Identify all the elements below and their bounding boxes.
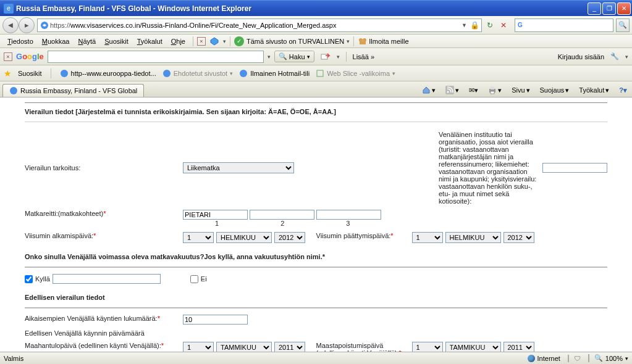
- feeds-button[interactable]: ▾: [443, 85, 461, 96]
- route-num-3: 3: [346, 220, 350, 227]
- route-input-3[interactable]: [316, 210, 381, 220]
- route-label: Matkareitti:(matkakohteet): [25, 210, 103, 217]
- ie-page-icon: [40, 21, 49, 30]
- browser-search-input[interactable]: [524, 22, 610, 29]
- google-search-dropdown[interactable]: ▾: [268, 54, 271, 60]
- google-toolbar: × Google ▾ 🔍 Haku ▾ ▾ Lisää » Kirjaudu s…: [0, 48, 632, 65]
- favorites-star-icon[interactable]: ★: [4, 68, 12, 78]
- webslice-icon: [316, 69, 324, 78]
- forward-button[interactable]: ▸: [19, 17, 35, 33]
- insurance-no-label: Ei: [201, 275, 207, 283]
- google-toolbar-search[interactable]: [48, 51, 264, 63]
- prev-count-label: Aikaisempien Venäjällä käyntien lukumäär…: [25, 315, 158, 322]
- svg-rect-3: [360, 41, 366, 44]
- zoom-icon[interactable]: 🔍: [594, 354, 603, 362]
- window-title: Russia Embassy, Finland - VFS Global - W…: [16, 4, 588, 13]
- section-title: Vierailun tiedot [Järjestelmä ei tunnist…: [25, 105, 607, 122]
- tab-bar: Russia Embassy, Finland - VFS Global ▾ ▾…: [0, 81, 632, 97]
- menu-file[interactable]: Tiedosto: [4, 36, 37, 46]
- dropdown-icon[interactable]: ▼: [460, 22, 469, 28]
- svg-rect-4: [321, 54, 327, 59]
- route-num-1: 1: [215, 220, 219, 227]
- visa-end-month[interactable]: HELMIKUU: [445, 232, 501, 243]
- back-button[interactable]: ◄: [2, 17, 19, 33]
- google-toolbar-close[interactable]: ×: [4, 52, 12, 61]
- google-haku-button[interactable]: 🔍 Haku ▾: [274, 51, 314, 62]
- stop-button[interactable]: ✕: [498, 20, 509, 31]
- home-button[interactable]: ▾: [419, 85, 438, 96]
- route-input-1[interactable]: [183, 210, 248, 220]
- menu-edit[interactable]: Muokkaa: [38, 36, 74, 46]
- institution-input[interactable]: [542, 163, 607, 173]
- route-input-2[interactable]: [250, 210, 314, 220]
- avg-icon: [209, 36, 219, 46]
- fav-webslice[interactable]: Web Slice -valikoima ▾: [316, 69, 395, 78]
- safety-dropdown[interactable]: ▾: [347, 38, 350, 44]
- browser-tab[interactable]: Russia Embassy, Finland - VFS Global: [2, 84, 144, 97]
- refresh-button[interactable]: ↻: [484, 20, 495, 31]
- google-login-link[interactable]: Kirjaudu sisään: [558, 53, 604, 60]
- menu-view[interactable]: Näytä: [74, 36, 99, 46]
- favorites-bar: ★ Suosikit http--www.eurooppa-tiedot... …: [0, 65, 632, 81]
- insurance-yes-checkbox[interactable]: [25, 275, 33, 283]
- protected-mode-icon: 🛡: [568, 355, 581, 362]
- previous-visit-section: Edellisen vierailun tiedot: [25, 290, 607, 304]
- zone-text: Internet: [537, 355, 560, 362]
- safe-check-icon: ✓: [234, 36, 244, 46]
- fav-link-eurooppa[interactable]: http--www.eurooppa-tiedot...: [60, 69, 156, 78]
- page-menu[interactable]: Sivu ▾: [509, 85, 532, 96]
- svg-rect-13: [491, 87, 494, 89]
- maximize-button[interactable]: ❐: [602, 2, 616, 15]
- safety-text: Tämä sivusto on TURVALLINEN: [246, 38, 344, 45]
- zoom-level: 100%: [605, 355, 623, 362]
- search-go-button[interactable]: 🔍: [616, 19, 630, 32]
- ie-favicon: [60, 69, 69, 78]
- favorites-label[interactable]: Suosikit: [18, 70, 42, 77]
- google-share-icon[interactable]: [318, 52, 333, 61]
- insurance-company-input[interactable]: [53, 274, 161, 284]
- browser-search[interactable]: G: [515, 19, 613, 32]
- tools-menu[interactable]: Työkalut ▾: [576, 85, 612, 96]
- zoom-dropdown[interactable]: ▾: [625, 355, 628, 362]
- visa-start-day[interactable]: 1: [183, 232, 214, 243]
- visa-end-label: Viisumin päättymispäivä:: [316, 232, 391, 239]
- fav-hotmail[interactable]: Ilmainen Hotmail-tili: [239, 69, 310, 78]
- gwrench-dropdown[interactable]: ▾: [625, 54, 628, 60]
- visa-end-year[interactable]: 2012: [503, 232, 534, 243]
- url-scheme: https://: [50, 22, 70, 29]
- menu-favorites[interactable]: Suosikit: [101, 36, 132, 46]
- mail-button[interactable]: ✉▾: [466, 85, 481, 96]
- visa-start-label: Viisumin alkamispäivä:: [25, 232, 93, 239]
- wrench-icon[interactable]: 🔧: [608, 52, 621, 60]
- fav-suggested-sites[interactable]: Ehdotetut sivustot ▾: [162, 69, 233, 78]
- safety-menu[interactable]: Suojaus ▾: [537, 85, 572, 96]
- close-button[interactable]: ✕: [617, 2, 631, 15]
- google-more-link[interactable]: Lisää »: [353, 53, 374, 60]
- visa-start-month[interactable]: HELMIKUU: [216, 232, 272, 243]
- insurance-no-checkbox[interactable]: [190, 275, 198, 283]
- ie-icon: e: [4, 4, 14, 14]
- search-icon: 🔍: [279, 52, 287, 60]
- toolbar-close-button[interactable]: ×: [197, 37, 206, 46]
- address-bar[interactable]: https:// ▼ 🔒: [37, 19, 482, 32]
- menu-tools[interactable]: Työkalut: [133, 36, 166, 46]
- prev-date-label: Edellisen Venäjällä käynnin päivämäärä: [25, 329, 183, 337]
- avg-dropdown[interactable]: ▾: [223, 38, 226, 44]
- internet-zone-icon: [528, 355, 535, 362]
- purpose-select[interactable]: Liikematka: [183, 162, 294, 173]
- svg-point-9: [10, 87, 17, 94]
- navigation-bar: ◄ ▸ https:// ▼ 🔒 ↻ ✕ G 🔍: [0, 16, 632, 35]
- notify-link[interactable]: Ilmoita meille: [369, 38, 408, 45]
- gshare-dropdown[interactable]: ▾: [337, 54, 340, 60]
- visa-end-day[interactable]: 1: [412, 232, 443, 243]
- menu-bar: Tiedosto Muokkaa Näytä Suosikit Työkalut…: [0, 35, 632, 48]
- tab-favicon: [9, 86, 18, 95]
- address-input[interactable]: [70, 20, 460, 31]
- visa-start-year[interactable]: 2012: [274, 232, 305, 243]
- print-button[interactable]: ▾: [486, 85, 504, 96]
- prev-count-input[interactable]: [183, 315, 248, 325]
- help-button[interactable]: ?▾: [617, 85, 630, 96]
- google-favicon: G: [518, 22, 523, 28]
- minimize-button[interactable]: _: [588, 2, 601, 15]
- menu-help[interactable]: Ohje: [167, 36, 189, 46]
